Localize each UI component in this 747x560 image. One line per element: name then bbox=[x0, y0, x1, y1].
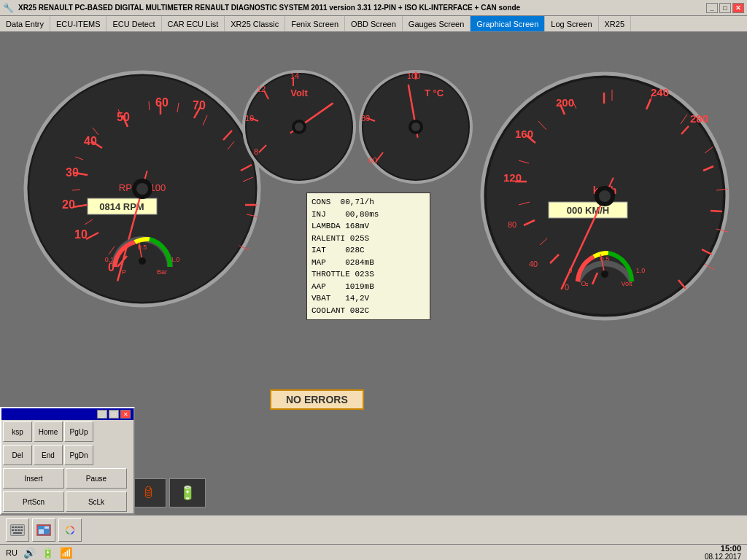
menu-ecu-detect[interactable]: ECU Detect bbox=[107, 16, 161, 31]
svg-text:30: 30 bbox=[66, 166, 79, 179]
status-time: 15:00 bbox=[721, 544, 741, 553]
status-icon1: 🔊 bbox=[23, 547, 36, 559]
svg-text:Volt: Volt bbox=[290, 88, 308, 98]
svg-text:O₂: O₂ bbox=[581, 280, 589, 287]
data-row: IAT 028C bbox=[311, 244, 425, 257]
svg-text:120: 120 bbox=[503, 171, 522, 184]
menu-xr25[interactable]: XR25 bbox=[599, 16, 632, 31]
maximize-button[interactable]: □ bbox=[719, 3, 731, 13]
keyboard-icon-btn[interactable] bbox=[6, 518, 29, 542]
svg-text:40: 40 bbox=[84, 135, 97, 147]
status-icon2: 🔋 bbox=[42, 547, 54, 559]
svg-rect-137 bbox=[13, 532, 22, 534]
svg-text:14: 14 bbox=[290, 71, 299, 80]
color-icon-btn[interactable] bbox=[58, 518, 82, 542]
menu-car-ecu-list[interactable]: CAR ECU List bbox=[162, 16, 225, 31]
svg-text:0: 0 bbox=[565, 283, 569, 292]
svg-text:80: 80 bbox=[508, 220, 516, 229]
svg-rect-136 bbox=[20, 529, 23, 531]
menu-log-screen[interactable]: Log Screen bbox=[545, 16, 598, 31]
data-row: COOLANT 082C bbox=[311, 305, 425, 317]
svg-text:P: P bbox=[122, 268, 126, 276]
data-row: THROTTLE 023S bbox=[311, 268, 425, 281]
svg-rect-130 bbox=[15, 526, 17, 528]
menu-xr25-classic[interactable]: XR25 Classic bbox=[225, 16, 285, 31]
data-row: MAP 0284mB bbox=[311, 257, 425, 269]
menu-ecu-items[interactable]: ECU-ITEMS bbox=[50, 16, 107, 31]
data-row: RALENTI 025S bbox=[311, 233, 425, 245]
svg-text:60: 60 bbox=[155, 96, 169, 109]
menu-bar: Data Entry ECU-ITEMS ECU Detect CAR ECU … bbox=[0, 16, 747, 32]
data-row: INJ 00,80ms bbox=[311, 209, 425, 221]
svg-point-63 bbox=[295, 122, 303, 131]
svg-line-89 bbox=[711, 211, 722, 211]
svg-point-41 bbox=[136, 183, 148, 195]
kb-sclk[interactable]: ScLk bbox=[66, 491, 127, 512]
svg-text:12: 12 bbox=[257, 85, 266, 93]
svg-text:0: 0 bbox=[568, 267, 572, 274]
svg-text:60: 60 bbox=[368, 156, 377, 165]
menu-fenix-screen[interactable]: Fenix Screen bbox=[285, 16, 345, 31]
window-icon-btn[interactable] bbox=[32, 518, 55, 542]
svg-text:000 KM/H: 000 KM/H bbox=[567, 205, 610, 216]
kb-maximize[interactable]: □ bbox=[109, 410, 119, 419]
keyboard-popup: _ □ ✕ ksp Home PgUp Del End PgDn Insert … bbox=[0, 407, 135, 515]
volt-gauge: Volt 8 10 12 14 bbox=[241, 69, 357, 185]
title-text: XR25 RENAULT PC-BASED DIGITAL MULTIMETER… bbox=[18, 4, 520, 12]
svg-text:70: 70 bbox=[193, 99, 206, 112]
data-row: LAMBDA 168mV bbox=[311, 220, 425, 233]
temp-gauge: T °C 60 80 100 bbox=[357, 69, 474, 185]
status-bar: RU 🔊 🔋 📶 15:00 08.12.2017 bbox=[0, 544, 747, 560]
svg-rect-132 bbox=[20, 526, 23, 528]
kb-prtscn[interactable]: PrtScn bbox=[3, 491, 64, 512]
app-icon: 🔧 bbox=[3, 3, 14, 13]
svg-text:80: 80 bbox=[361, 114, 370, 122]
kb-home[interactable]: Home bbox=[34, 421, 63, 442]
menu-data-entry[interactable]: Data Entry bbox=[0, 16, 50, 31]
kb-pause[interactable]: Pause bbox=[66, 468, 127, 489]
kb-end[interactable]: End bbox=[34, 445, 63, 465]
svg-text:50: 50 bbox=[117, 111, 130, 123]
svg-text:10: 10 bbox=[245, 114, 254, 122]
svg-rect-133 bbox=[12, 529, 14, 531]
svg-text:200: 200 bbox=[556, 96, 574, 109]
data-row: CONS 00,7l/h bbox=[311, 196, 425, 209]
svg-text:T °C: T °C bbox=[425, 88, 444, 98]
kb-ksp[interactable]: ksp bbox=[3, 421, 32, 442]
svg-text:10: 10 bbox=[74, 228, 88, 241]
kb-insert[interactable]: Insert bbox=[3, 468, 64, 489]
data-row: VBAT 14,2V bbox=[311, 292, 425, 305]
svg-rect-131 bbox=[18, 526, 20, 528]
svg-point-76 bbox=[411, 122, 420, 131]
minimize-button[interactable]: _ bbox=[706, 3, 718, 13]
menu-gauges-screen[interactable]: Gauges Screen bbox=[403, 16, 471, 31]
svg-text:280: 280 bbox=[690, 112, 708, 125]
menu-graphical-screen[interactable]: Graphical Screen bbox=[471, 16, 545, 31]
close-button[interactable]: ✕ bbox=[732, 3, 744, 13]
kb-close[interactable]: ✕ bbox=[120, 410, 131, 419]
svg-rect-135 bbox=[18, 529, 20, 531]
status-date: 08.12.2017 bbox=[705, 553, 741, 560]
error-text: NO ERRORS bbox=[286, 394, 348, 405]
svg-rect-129 bbox=[12, 526, 14, 528]
kb-del[interactable]: Del bbox=[3, 445, 32, 465]
svg-rect-140 bbox=[39, 529, 44, 534]
icon4[interactable]: 🔋 bbox=[169, 478, 206, 508]
rpm-gauge: 0 10 20 30 40 50 60 70 RPM x 100 0814 RP… bbox=[22, 69, 263, 309]
svg-rect-141 bbox=[44, 526, 49, 529]
keyboard-title: _ □ ✕ bbox=[1, 408, 133, 420]
bottom-toolbar bbox=[0, 515, 747, 544]
svg-text:Bar: Bar bbox=[157, 268, 167, 276]
title-bar: 🔧 XR25 RENAULT PC-BASED DIGITAL MULTIMET… bbox=[0, 0, 747, 16]
kb-pgdn[interactable]: PgDn bbox=[64, 445, 93, 465]
kb-minimize[interactable]: _ bbox=[97, 410, 107, 419]
icon3[interactable]: 🛢 bbox=[130, 478, 166, 508]
svg-text:20: 20 bbox=[62, 198, 75, 211]
menu-obd-screen[interactable]: OBD Screen bbox=[345, 16, 403, 31]
kb-pgup[interactable]: PgUp bbox=[64, 421, 93, 442]
svg-text:100: 100 bbox=[407, 71, 420, 80]
speed-gauge: 0 40 80 120 160 200 240 280 km/h 000 KM/… bbox=[477, 69, 732, 324]
error-panel: NO ERRORS bbox=[270, 389, 364, 410]
svg-point-119 bbox=[599, 190, 611, 202]
svg-text:8: 8 bbox=[254, 147, 258, 156]
